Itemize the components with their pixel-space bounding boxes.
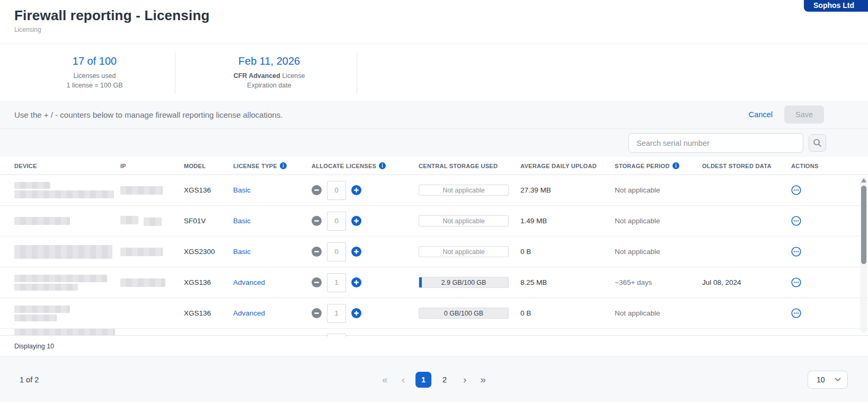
expiration-date-value: Feb 11, 2026 bbox=[182, 55, 357, 67]
vertical-scrollbar[interactable] bbox=[860, 177, 867, 333]
storage-period-cell: Not applicable bbox=[615, 186, 702, 194]
row-actions-dots-icon bbox=[791, 247, 801, 257]
info-icon[interactable] bbox=[379, 162, 386, 169]
redacted-text bbox=[14, 190, 114, 198]
pager: « ‹ 12 › » bbox=[379, 372, 489, 388]
minus-icon bbox=[312, 277, 322, 287]
storage-usage-fill bbox=[419, 277, 422, 287]
account-badge[interactable]: Sophos Ltd bbox=[804, 0, 868, 12]
expiration-stat: Feb 11, 2026 CFR Advanced License Expira… bbox=[182, 55, 357, 90]
page-2-button[interactable]: 2 bbox=[437, 372, 453, 388]
table-header-row: DEVICEIPMODELLICENSE TYPEALLOCATE LICENS… bbox=[0, 157, 868, 175]
licenses-used-stat: 17 of 100 Licenses used 1 license = 100 … bbox=[14, 55, 175, 90]
actions-cell bbox=[791, 277, 868, 287]
device-cell bbox=[14, 329, 120, 335]
column-header-oldest-stored-data: OLDEST STORED DATA bbox=[702, 163, 791, 169]
device-cell bbox=[14, 275, 120, 291]
license-type-link[interactable]: Advanced bbox=[233, 278, 265, 286]
increment-license-button[interactable] bbox=[351, 277, 361, 287]
stat-divider bbox=[357, 51, 357, 94]
save-button[interactable]: Save bbox=[784, 106, 824, 124]
license-type-link[interactable]: Basic bbox=[233, 186, 251, 194]
column-label: ACTIONS bbox=[791, 163, 819, 169]
decrement-license-button[interactable] bbox=[312, 185, 322, 195]
column-label: MODEL bbox=[184, 163, 206, 169]
allocate-count-input[interactable] bbox=[327, 242, 346, 261]
row-actions-button[interactable] bbox=[791, 216, 801, 226]
increment-license-button[interactable] bbox=[351, 216, 361, 226]
column-header-actions: ACTIONS bbox=[791, 163, 868, 169]
central-storage-cell: 2.9 GB/100 GB bbox=[419, 277, 520, 288]
allocate-licenses-cell bbox=[312, 334, 419, 337]
device-cell bbox=[14, 182, 120, 198]
allocate-count-input[interactable] bbox=[327, 334, 346, 337]
redacted-text bbox=[120, 186, 163, 195]
firewall-licensing-page: { "header": { "title": "Firewall reporti… bbox=[0, 0, 868, 402]
actions-cell bbox=[791, 185, 868, 195]
redacted-text bbox=[14, 329, 115, 335]
last-page-button[interactable]: » bbox=[477, 374, 489, 386]
row-actions-button[interactable] bbox=[791, 277, 801, 287]
search-band bbox=[0, 129, 868, 157]
next-page-button[interactable]: › bbox=[460, 374, 470, 386]
license-type-cell: Advanced bbox=[233, 309, 312, 317]
scrollbar-up-arrow-icon[interactable] bbox=[861, 178, 866, 182]
column-header-allocate-licenses: ALLOCATE LICENSES bbox=[312, 162, 419, 169]
license-table: DEVICEIPMODELLICENSE TYPEALLOCATE LICENS… bbox=[0, 157, 868, 335]
previous-page-button[interactable]: ‹ bbox=[398, 374, 408, 386]
column-label: OLDEST STORED DATA bbox=[702, 163, 772, 169]
cancel-button[interactable]: Cancel bbox=[749, 110, 773, 119]
info-icon[interactable] bbox=[280, 162, 287, 169]
column-label: AVERAGE DAILY UPLOAD bbox=[520, 163, 597, 169]
column-header-central-storage-used: CENTRAL STORAGE USED bbox=[419, 163, 520, 169]
increment-license-button[interactable] bbox=[351, 247, 361, 257]
central-storage-cell: Not applicable bbox=[419, 246, 520, 257]
redacted-text bbox=[14, 217, 70, 225]
device-cell bbox=[14, 217, 120, 225]
chevron-down-icon bbox=[835, 378, 841, 382]
allocate-count-input[interactable] bbox=[327, 273, 346, 292]
decrement-license-button[interactable] bbox=[312, 308, 322, 318]
column-label: IP bbox=[120, 163, 126, 169]
instruction-text: Use the + / - counters below to manage f… bbox=[6, 110, 749, 119]
avg-daily-upload-cell: 27.39 MB bbox=[520, 186, 615, 194]
row-actions-button[interactable] bbox=[791, 308, 801, 318]
search-button[interactable] bbox=[809, 134, 826, 152]
redacted-text bbox=[14, 245, 112, 259]
allocate-count-input[interactable] bbox=[327, 212, 346, 231]
first-page-button[interactable]: « bbox=[379, 374, 391, 386]
storage-usage-label: 0 GB/100 GB bbox=[444, 310, 483, 317]
license-type-link[interactable]: Advanced bbox=[233, 309, 265, 317]
page-1-button[interactable]: 1 bbox=[415, 372, 431, 388]
page-range-label: 1 of 2 bbox=[20, 375, 39, 384]
storage-usage-label: 2.9 GB/100 GB bbox=[441, 279, 486, 286]
table-row-partial bbox=[0, 329, 868, 337]
page-size-select[interactable]: 10 bbox=[808, 371, 848, 389]
redacted-text bbox=[14, 314, 57, 321]
minus-icon bbox=[312, 185, 322, 195]
expiration-label: CFR Advanced License bbox=[182, 71, 357, 81]
allocate-count-input[interactable] bbox=[327, 304, 346, 323]
redacted-text bbox=[120, 248, 163, 256]
decrement-license-button[interactable] bbox=[312, 277, 322, 287]
redacted-text bbox=[14, 275, 107, 282]
model-cell: XGS136 bbox=[184, 186, 233, 194]
search-input[interactable] bbox=[628, 133, 803, 153]
actions-cell bbox=[791, 216, 868, 226]
license-type-link[interactable]: Basic bbox=[233, 217, 251, 225]
license-type-link[interactable]: Basic bbox=[233, 248, 251, 256]
decrement-license-button[interactable] bbox=[312, 247, 322, 257]
decrement-license-button[interactable] bbox=[312, 216, 322, 226]
row-actions-button[interactable] bbox=[791, 247, 801, 257]
row-actions-dots-icon bbox=[791, 277, 801, 287]
info-icon[interactable] bbox=[672, 162, 679, 169]
increment-license-button[interactable] bbox=[351, 308, 361, 318]
redacted-text bbox=[120, 278, 165, 287]
row-actions-button[interactable] bbox=[791, 185, 801, 195]
table-body: XGS136BasicNot applicable27.39 MBNot app… bbox=[0, 175, 868, 337]
storage-period-cell: ~365+ days bbox=[615, 278, 702, 286]
allocate-count-input[interactable] bbox=[327, 181, 346, 200]
storage-period-cell: Not applicable bbox=[615, 248, 702, 256]
increment-license-button[interactable] bbox=[351, 185, 361, 195]
scrollbar-thumb[interactable] bbox=[861, 186, 866, 264]
